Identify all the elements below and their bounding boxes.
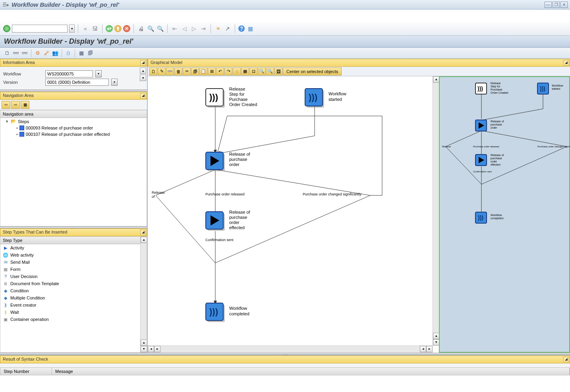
gm-new-icon[interactable]: 🗋 <box>149 68 157 75</box>
create-icon[interactable]: 🗋 <box>3 49 11 57</box>
exit-icon[interactable]: ⬆ <box>114 25 122 32</box>
svg-text:Order Created: Order Created <box>491 91 508 94</box>
menu-icon[interactable]: ☰▸ <box>2 2 9 8</box>
steptype-item-9[interactable]: ⟫Wait <box>0 309 147 316</box>
canvas-scroll-up[interactable]: ▴ <box>433 76 439 83</box>
tree-expand-icon[interactable]: ▼ <box>5 120 9 124</box>
navigation-tree[interactable]: Navigation area ▼ 📂 Steps • 000093 Relea… <box>0 110 147 226</box>
where-used-icon[interactable]: ⎙ <box>64 49 72 57</box>
canvas-scroll-pgup[interactable]: ▴ <box>433 333 439 339</box>
workflow-dropdown[interactable]: ▾ <box>95 70 102 77</box>
canvas-scroll-down[interactable]: ▾ <box>433 339 439 346</box>
svg-text:))): ))) <box>209 307 218 317</box>
collapse-steptypes-icon[interactable]: ◢ <box>140 230 146 235</box>
gm-align-icon[interactable]: ▦ <box>241 68 249 75</box>
tree-item-000107[interactable]: • 000107 Release of purchase order effec… <box>15 131 147 137</box>
gm-fit-icon[interactable]: ⊡ <box>249 68 257 75</box>
canvas-scroll-right[interactable]: ▸ <box>426 346 433 352</box>
steptype-item-3[interactable]: ▦Form <box>0 266 147 273</box>
steptype-item-1[interactable]: 🌐Web activity <box>0 251 147 259</box>
glasses-icon[interactable]: 👓 <box>21 49 29 57</box>
steptype-label: Condition <box>10 288 29 293</box>
gm-cut-icon[interactable]: ✂ <box>183 68 191 75</box>
back-icon[interactable]: ↩ <box>106 25 113 32</box>
steptype-item-0[interactable]: ▶Activity <box>0 244 147 251</box>
layout-icon[interactable]: ▦ <box>246 25 254 33</box>
first-page-icon[interactable]: ⇤ <box>171 25 179 33</box>
cancel-icon[interactable]: ✕ <box>123 25 130 32</box>
steptype-item-8[interactable]: ⟫Event creator <box>0 301 147 309</box>
command-dropdown[interactable]: ▾ <box>69 25 75 33</box>
steptypes-scroll-pgup[interactable]: ▴ <box>141 340 147 346</box>
gm-redo-icon[interactable]: ↷ <box>224 68 232 75</box>
canvas-scroll-left2[interactable]: ▸ <box>154 346 160 352</box>
steptype-item-10[interactable]: ▣Container operation <box>0 316 147 323</box>
nav-overview-button[interactable]: ▦ <box>21 101 29 109</box>
nav-next-button[interactable]: ⇨ <box>11 101 20 109</box>
steptype-item-5[interactable]: 🗎Document from Template <box>0 280 147 287</box>
enter-button[interactable] <box>3 25 10 32</box>
close-button[interactable]: ✕ <box>560 2 568 8</box>
gm-paste-icon[interactable]: 📋 <box>199 68 207 75</box>
steptype-label: Send Mail <box>10 260 30 265</box>
workflow-canvas[interactable]: ))) Release Step for Purchase Order Crea… <box>148 76 439 353</box>
steptypes-scroll-up[interactable]: ▴ <box>141 237 147 243</box>
version-dropdown[interactable]: ▾ <box>111 79 118 86</box>
canvas-scroll-left[interactable]: ◂ <box>148 346 154 352</box>
info-scroll-up[interactable]: ▴ <box>140 68 146 74</box>
save-icon[interactable]: 🖫 <box>91 25 99 33</box>
gm-hierarchy-icon[interactable]: ⊞ <box>208 68 216 75</box>
details-icon[interactable]: ▦ <box>77 49 85 57</box>
svg-text:Release: Release <box>442 145 451 148</box>
activate-icon[interactable]: 🖉 <box>43 49 50 57</box>
collapse-graphical-icon[interactable]: ◢ <box>563 60 569 66</box>
canvas-vscroll[interactable]: ▴ ▴ ▾ <box>433 76 439 346</box>
canvas-scroll-right2[interactable]: ◂ <box>420 346 426 352</box>
gm-glasses-icon[interactable]: 👓 <box>166 68 174 75</box>
command-field[interactable] <box>12 25 68 33</box>
print-icon[interactable]: 🖨 <box>137 25 145 33</box>
gm-image-icon[interactable]: 🖼 <box>274 68 282 75</box>
steptype-item-6[interactable]: ◆Condition <box>0 287 147 294</box>
workflow-overview[interactable]: ))) Release Step for Purchase Order Crea… <box>439 76 570 353</box>
workflow-input[interactable] <box>45 70 93 77</box>
steptype-item-4[interactable]: ?User Decision <box>0 273 147 280</box>
gm-edit-icon[interactable]: ✎ <box>158 68 166 75</box>
gm-undo-icon[interactable]: ↶ <box>216 68 224 75</box>
center-selected-button[interactable]: Center on selected objects <box>283 68 342 75</box>
gm-print-icon[interactable]: ⎙ <box>233 68 241 75</box>
transaction-header: Workflow Builder - Display 'wf_po_rel' <box>0 36 570 48</box>
canvas-hscroll[interactable]: ◂ ▸ ◂ ▸ <box>148 346 433 353</box>
info-scroll-down[interactable]: ▾ <box>140 75 146 81</box>
collapse-icon[interactable]: « <box>81 25 89 33</box>
steptype-item-2[interactable]: ✉Send Mail <box>0 259 147 266</box>
new-session-icon[interactable]: ☀ <box>214 25 222 33</box>
help-icon[interactable]: ? <box>238 25 245 32</box>
steptype-item-7[interactable]: ◆Multiple Condition <box>0 294 147 301</box>
tree-root-steps[interactable]: ▼ 📂 Steps <box>4 118 147 125</box>
gm-zoomout-icon[interactable]: 🔍 <box>266 68 274 75</box>
tree-item-000093[interactable]: • 000093 Release of purchase order <box>15 125 147 131</box>
steptypes-scroll-down[interactable]: ▾ <box>141 346 147 352</box>
check-icon[interactable]: ⚙ <box>34 49 42 57</box>
maximize-button[interactable]: ❐ <box>553 2 560 8</box>
find-next-icon[interactable]: 🔍 <box>156 25 164 33</box>
next-page-icon[interactable]: ▷ <box>190 25 198 33</box>
test-icon[interactable]: 👥 <box>51 49 59 57</box>
last-page-icon[interactable]: ⇥ <box>199 25 207 33</box>
prev-page-icon[interactable]: ◁ <box>180 25 188 33</box>
collapse-syntax-icon[interactable]: ◢ <box>563 357 569 362</box>
container-icon[interactable]: 🗐 <box>86 49 94 57</box>
shortcut-icon[interactable]: ↗ <box>224 25 232 33</box>
find-icon[interactable]: 🔍 <box>147 25 155 33</box>
collapse-nav-icon[interactable]: ◢ <box>140 93 146 98</box>
minimize-button[interactable]: — <box>545 2 552 8</box>
version-input[interactable] <box>45 79 109 86</box>
steptype-icon: ▣ <box>3 317 8 322</box>
gm-copy-icon[interactable]: 🗐 <box>191 68 199 75</box>
display-change-icon[interactable]: 👓 <box>12 49 20 57</box>
gm-delete-icon[interactable]: 🗑 <box>174 68 182 75</box>
nav-prev-button[interactable]: ⇦ <box>2 101 10 109</box>
gm-zoomin-icon[interactable]: 🔍 <box>258 68 266 75</box>
collapse-info-icon[interactable]: ◢ <box>140 60 146 66</box>
